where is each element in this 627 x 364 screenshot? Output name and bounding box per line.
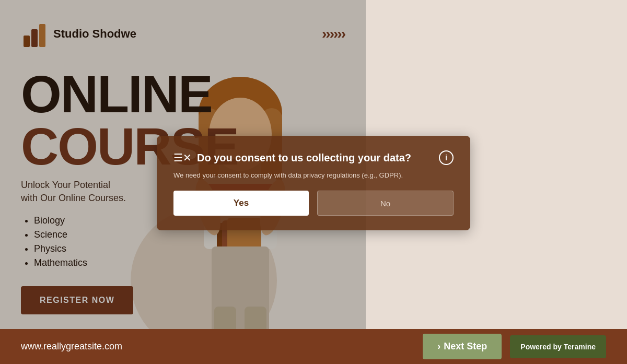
modal-body-text: We need your consent to comply with data… (173, 171, 454, 179)
next-step-button[interactable]: › Next Step (423, 334, 502, 359)
powered-by-label: Powered by (520, 343, 562, 351)
consent-no-button[interactable]: No (317, 191, 454, 216)
powered-by-button[interactable]: Powered by Teramine (510, 335, 606, 358)
consent-yes-button[interactable]: Yes (173, 191, 309, 216)
next-step-arrow-icon: › (437, 341, 440, 352)
modal-buttons: Yes No (173, 191, 454, 216)
modal-title: Do you consent to us collecting your dat… (197, 152, 411, 164)
footer-bar: www.reallygreatsite.com › Next Step Powe… (0, 329, 627, 364)
footer-url: www.reallygreatsite.com (21, 341, 122, 352)
modal-left-icon: ☰✕ (173, 151, 192, 164)
footer-right: › Next Step Powered by Teramine (423, 334, 606, 359)
consent-modal: ☰✕ Do you consent to us collecting your … (157, 136, 470, 230)
next-step-label: Next Step (444, 341, 487, 352)
powered-by-brand: Teramine (564, 343, 596, 351)
modal-header-left: ☰✕ Do you consent to us collecting your … (173, 151, 411, 164)
info-icon-button[interactable]: i (439, 150, 454, 165)
modal-header: ☰✕ Do you consent to us collecting your … (173, 150, 454, 165)
